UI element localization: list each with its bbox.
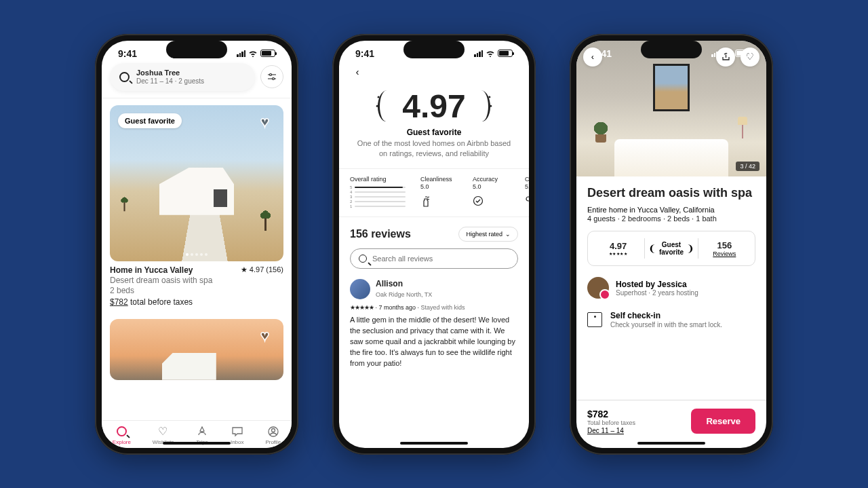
reviews-search-input[interactable]: Search all reviews (350, 248, 518, 269)
home-indicator (163, 442, 231, 445)
listing-card[interactable] (110, 319, 283, 380)
footer-price-label: Total before taxes (587, 419, 635, 426)
battery-icon (260, 50, 275, 57)
svg-point-1 (270, 74, 272, 76)
listing-hero-photo[interactable]: ‹ ♡ 3 / 42 (576, 41, 766, 176)
feature-self-checkin: Self check-inCheck yourself in with the … (587, 311, 755, 329)
svg-point-3 (273, 78, 275, 80)
signal-icon (237, 50, 245, 57)
reviewer-name: Allison (376, 278, 432, 290)
host-avatar (587, 277, 609, 299)
search-icon (119, 72, 130, 82)
listing-title: Desert dream oasis with spa (587, 186, 755, 201)
wishlist-heart-button[interactable] (260, 327, 275, 341)
listing-photo: Guest favorite (110, 105, 283, 261)
svg-point-7 (526, 197, 529, 201)
search-icon (359, 255, 367, 263)
wifi-icon (248, 48, 258, 59)
summary-guest-favorite: ❨Guestfavorite❩ (645, 241, 697, 256)
summary-rating: 4.97★★★★★ (592, 241, 644, 256)
photo-pagination (186, 253, 208, 256)
phone-reviews: 9:41 ‹ 4.97 Guest favorite One of the mo… (332, 34, 536, 455)
listing-title: Home in Yucca Valley (110, 265, 193, 275)
listing-price-suffix: total before taxes (128, 297, 193, 307)
listing-rating: ★ 4.97 (156) (241, 265, 283, 274)
review-stars: ★★★★★ (350, 304, 374, 311)
reviewer-location: Oak Ridge North, TX (376, 290, 432, 299)
review-time: 7 months ago (379, 304, 416, 311)
key-icon (525, 195, 529, 208)
check-circle-icon (473, 195, 510, 208)
listing-specs: 4 guests · 2 bedrooms · 2 beds · 1 bath (587, 214, 755, 223)
footer-price: $782 (587, 409, 635, 419)
tab-profile[interactable]: Profile (265, 425, 281, 445)
phone-listing-detail: 9:41.phone:nth-of-type(3) .batt::before{… (570, 34, 773, 455)
review-extra: Stayed with kids (421, 304, 465, 311)
listing-subtitle: Desert dream oasis with spa (110, 276, 283, 285)
reviewer-avatar (350, 279, 370, 299)
phone-explore: 9:41 Joshua Tree Dec 11 – 14 · 2 guests (95, 34, 298, 455)
door-icon (587, 312, 602, 327)
tab-inbox[interactable]: Inbox (231, 425, 244, 445)
rating-categories[interactable]: Overall rating 54321 Cleanliness5.0 Accu… (339, 168, 529, 217)
review-item: AllisonOak Ridge North, TX ★★★★★ · 7 mon… (339, 269, 529, 369)
review-text: A little gem in the middle of the desert… (350, 315, 518, 369)
photo-counter: 3 / 42 (736, 162, 760, 171)
sort-button[interactable]: Highest rated⌄ (458, 227, 518, 242)
reviews-count: 156 reviews (350, 228, 411, 240)
guest-favorite-title: Guest favorite (353, 128, 515, 137)
reserve-button[interactable]: Reserve (691, 409, 755, 434)
tab-explore[interactable]: Explore (113, 425, 131, 445)
home-indicator (400, 442, 468, 445)
status-time: 9:41 (118, 48, 137, 59)
summary-box[interactable]: 4.97★★★★★ ❨Guestfavorite❩ 156Reviews (587, 231, 755, 266)
search-subtitle: Dec 11 – 14 · 2 guests (136, 77, 204, 86)
listing-card[interactable]: Guest favorite Home in Yucca Valley ★ 4.… (110, 105, 283, 307)
category-cleanliness: Cleanliness5.0 (420, 176, 458, 210)
filter-button[interactable] (260, 65, 283, 88)
laurel-right-icon (473, 90, 490, 122)
svg-point-5 (271, 428, 275, 432)
category-overall: Overall rating 54321 (350, 176, 406, 210)
svg-point-6 (474, 197, 483, 206)
listing-photo (110, 319, 283, 380)
wishlist-heart-button[interactable] (260, 113, 275, 127)
listing-beds: 2 beds (110, 286, 283, 295)
booking-footer: $782 Total before taxes Dec 11 – 14 Rese… (576, 400, 766, 448)
host-name: Hosted by Jessica (616, 280, 698, 289)
listing-location: Entire home in Yucca Valley, California (587, 206, 755, 214)
guest-favorite-subtitle: One of the most loved homes on Airbnb ba… (353, 138, 515, 159)
search-query: Joshua Tree (136, 69, 204, 77)
home-indicator (637, 442, 705, 445)
chevron-down-icon: ⌄ (505, 231, 511, 238)
host-section[interactable]: Hosted by JessicaSuperhost · 2 years hos… (587, 277, 755, 299)
summary-reviews: 156Reviews (698, 240, 751, 257)
footer-dates[interactable]: Dec 11 – 14 (587, 427, 635, 434)
spray-icon (420, 195, 458, 210)
category-checkin: Chec5.0 (525, 176, 529, 210)
listing-price: $782 (110, 297, 128, 307)
reviews-search-placeholder: Search all reviews (372, 255, 433, 263)
category-accuracy: Accuracy5.0 (473, 176, 510, 210)
guest-favorite-badge: Guest favorite (118, 113, 182, 128)
host-subtitle: Superhost · 2 years hosting (616, 289, 698, 297)
overall-rating: 4.97 (353, 88, 515, 125)
back-button[interactable]: ‹ (350, 64, 365, 79)
laurel-left-icon (378, 90, 395, 122)
search-bar[interactable]: Joshua Tree Dec 11 – 14 · 2 guests (110, 63, 255, 91)
